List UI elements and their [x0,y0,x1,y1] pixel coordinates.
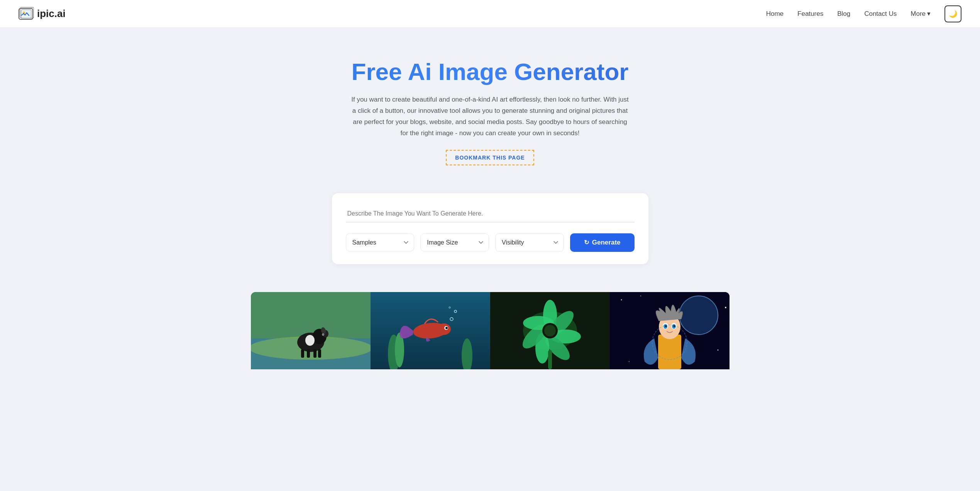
navbar: ipic.ai Home Features Blog Contact Us Mo… [0,0,980,28]
svg-point-27 [445,327,448,329]
dark-mode-toggle[interactable]: 🌙 [944,5,961,22]
nav-home[interactable]: Home [766,10,784,17]
svg-rect-51 [658,335,681,369]
hero-section: Free Ai Image Generator If you want to c… [0,28,980,181]
image-gallery [0,277,980,369]
generate-button[interactable]: ↻ Generate [570,233,635,252]
svg-point-49 [629,361,630,362]
bookmark-button[interactable]: BOOKMARK THIS PAGE [446,150,534,165]
svg-rect-42 [548,350,552,369]
svg-rect-13 [307,349,310,358]
logo-icon [19,7,34,21]
moon-icon: 🌙 [949,10,957,18]
controls-row: Samples 1 2 3 4 Image Size 512x512 768x7… [346,233,635,252]
gallery-item-dog[interactable] [251,292,371,369]
gallery-item-fish[interactable] [371,292,490,369]
svg-rect-12 [301,349,304,358]
samples-dropdown[interactable]: Samples 1 2 3 4 [346,233,415,251]
svg-point-18 [322,334,323,335]
logo-link[interactable]: ipic.ai [19,7,66,21]
chevron-down-icon: ▾ [927,10,931,18]
svg-point-48 [717,349,718,350]
prompt-input[interactable] [346,206,635,223]
image-size-dropdown[interactable]: Image Size 512x512 768x768 1024x1024 [420,233,489,251]
svg-rect-14 [313,349,317,358]
svg-point-47 [640,296,641,296]
hero-title: Free Ai Image Generator [8,59,972,85]
hero-description: If you want to create beautiful and one-… [351,94,629,139]
nav-contact[interactable]: Contact Us [864,10,897,17]
svg-rect-15 [318,349,321,358]
nav-features[interactable]: Features [797,10,823,17]
svg-point-50 [725,307,726,308]
brand-name: ipic.ai [37,8,66,20]
svg-point-46 [621,299,622,300]
generator-card: Samples 1 2 3 4 Image Size 512x512 768x7… [332,193,648,264]
more-dropdown-button[interactable]: More ▾ [911,10,931,18]
svg-point-16 [305,335,315,346]
gallery-item-flower[interactable] [490,292,610,369]
gallery-item-anime[interactable] [610,292,729,369]
visibility-dropdown[interactable]: Visibility Public Private [495,233,564,251]
svg-point-41 [544,325,556,336]
nav-links: Home Features Blog Contact Us More ▾ 🌙 [766,5,961,22]
svg-point-25 [437,323,451,335]
refresh-icon: ↻ [584,239,589,246]
nav-blog[interactable]: Blog [837,10,850,17]
